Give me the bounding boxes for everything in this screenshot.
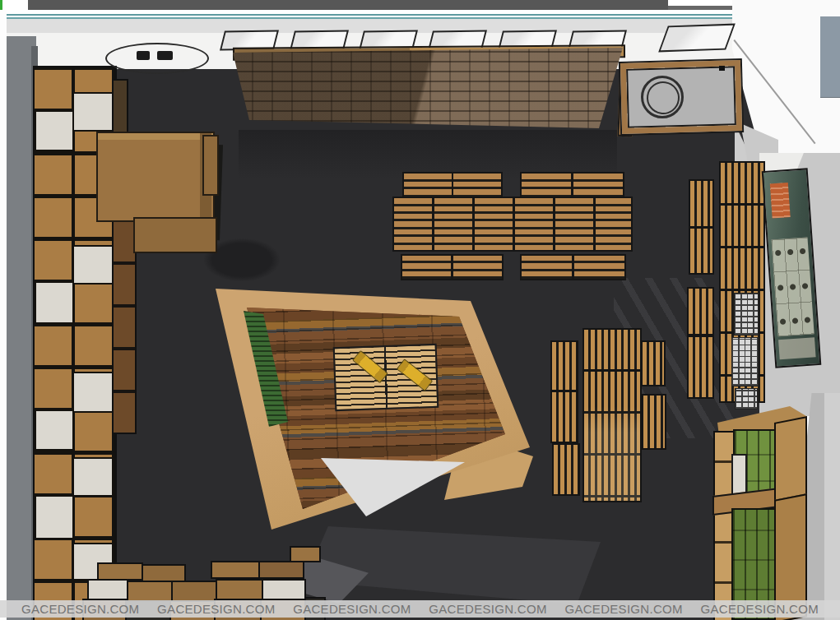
reception-desk-return [133, 217, 217, 253]
vslat-bench [550, 391, 578, 443]
render-canvas: GACEDESIGN.COM GACEDESIGN.COM GACEDESIGN… [0, 0, 840, 620]
wall-rack-large [719, 161, 765, 403]
logo-glyph-right [157, 51, 173, 60]
low-shelf-box [290, 546, 321, 562]
watermark-band: GACEDESIGN.COM GACEDESIGN.COM GACEDESIGN… [0, 600, 840, 618]
low-shelf-box [97, 562, 143, 581]
watermark-text: GACEDESIGN.COM [429, 602, 546, 616]
reception-desk [96, 132, 215, 222]
watermark-text: GACEDESIGN.COM [564, 602, 682, 616]
shelf-white-cell [72, 457, 114, 497]
shelf-white-cell [35, 281, 74, 324]
left-white-strip [0, 10, 7, 620]
low-shelf-box [258, 561, 304, 579]
shelf-white-cell [72, 92, 114, 132]
poster-orange-block [770, 183, 791, 218]
shelf-white-cell [72, 372, 114, 413]
skylight-panel-right [658, 24, 736, 53]
canopy-lattice [232, 46, 627, 132]
low-shelf-box [142, 564, 186, 582]
low-shelf-box [171, 581, 217, 602]
poster-bottom-band [778, 337, 816, 359]
vslat-bench [550, 340, 578, 391]
bottomright-light-floor-edge [824, 393, 840, 620]
slat-table-large [392, 197, 633, 252]
vslat-bench [641, 340, 666, 386]
low-shelf-box [127, 581, 173, 602]
wall-rack [687, 287, 714, 399]
wall-rack [689, 179, 714, 275]
shelf-white-cell [35, 110, 74, 151]
low-shelf-box [262, 579, 306, 600]
reception-desk-wing [202, 135, 219, 196]
wall-teal-line-1 [5, 14, 744, 16]
low-shelf-box [216, 579, 263, 600]
slat-bench [401, 254, 504, 280]
slat-bench [520, 254, 626, 280]
poster-image-grid [772, 238, 814, 337]
watermark-text: GACEDESIGN.COM [701, 602, 819, 616]
shelf-white-cell [35, 409, 74, 451]
top-dark-strip [28, 0, 668, 10]
cabinet-right-panel-upper [774, 416, 807, 502]
wire-basket-icon [731, 337, 759, 386]
wire-basket-icon [735, 388, 758, 409]
ac-corner-dot [719, 66, 725, 71]
vslat-table-large [582, 328, 642, 502]
topright-blue-band [820, 16, 840, 98]
slat-bench [520, 172, 624, 199]
low-shelf-box [211, 561, 260, 579]
shelf-white-cell [72, 245, 114, 285]
watermark-text: GACEDESIGN.COM [157, 602, 275, 616]
vslat-bench [552, 443, 580, 496]
logo-glyph-left [137, 51, 150, 60]
vslat-bench [642, 394, 666, 450]
slat-bench [402, 172, 503, 199]
wire-basket-icon [734, 293, 759, 335]
low-shelf-box [87, 579, 128, 600]
shelf-white-cell [35, 495, 74, 539]
watermark-text: GACEDESIGN.COM [21, 602, 139, 616]
watermark-text: GACEDESIGN.COM [293, 602, 411, 616]
